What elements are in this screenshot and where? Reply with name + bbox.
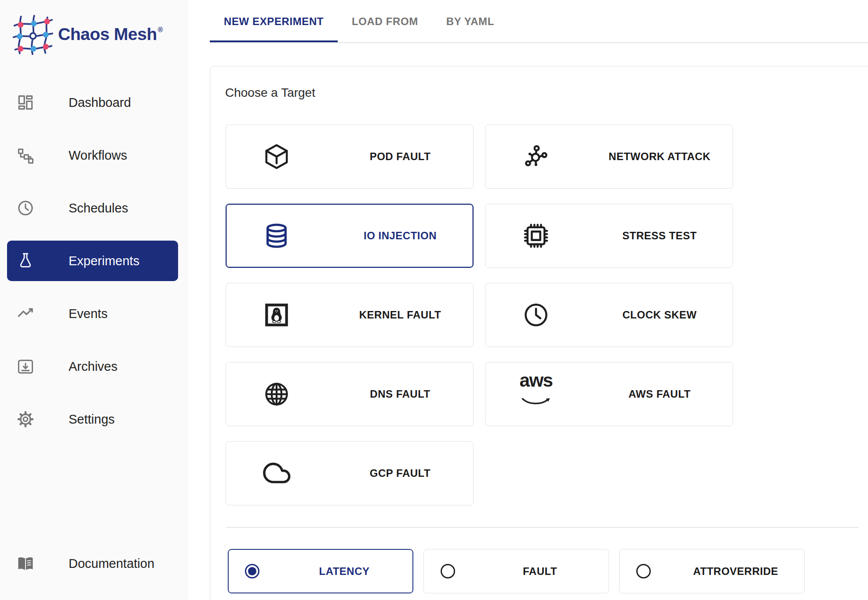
- sidebar-item-label: Documentation: [69, 556, 154, 571]
- brand-name: Chaos Mesh®: [58, 25, 163, 44]
- section-divider: [226, 527, 859, 528]
- target-card-stress-test[interactable]: STRESS TEST: [485, 204, 733, 268]
- tab-bar-divider: [210, 42, 868, 43]
- brand-logo[interactable]: Chaos Mesh®: [12, 12, 163, 56]
- panel-title: Choose a Target: [225, 86, 315, 100]
- sidebar-item-events[interactable]: Events: [0, 287, 188, 340]
- aws-logo-icon: aws: [485, 371, 587, 417]
- target-card-io-injection[interactable]: IO INJECTION: [226, 204, 474, 268]
- radio-checked-icon[interactable]: [245, 564, 259, 578]
- target-card-label: POD FAULT: [327, 150, 473, 163]
- target-card-label: GCP FAULT: [327, 467, 473, 479]
- target-card-dns-fault[interactable]: DNS FAULT: [226, 362, 474, 426]
- sidebar-item-dashboard[interactable]: Dashboard: [0, 76, 188, 129]
- sidebar-item-archives[interactable]: Archives: [0, 340, 188, 393]
- sidebar-item-label: Experiments: [69, 254, 139, 268]
- tab-load-from[interactable]: LOAD FROM: [338, 0, 432, 43]
- radio-zone: [228, 564, 276, 578]
- cloud-icon: [226, 458, 327, 488]
- sidebar-item-experiments[interactable]: Experiments: [0, 234, 188, 287]
- archives-icon: [16, 357, 35, 376]
- workflows-icon: [16, 146, 35, 165]
- sidebar: Chaos Mesh® DashboardWorkflowsSchedulesE…: [0, 0, 188, 600]
- cpu-chip-icon: [485, 221, 587, 251]
- database-icon: [226, 221, 327, 251]
- sidebar-item-label: Archives: [69, 359, 117, 374]
- target-card-aws-fault[interactable]: awsAWS FAULT: [485, 362, 733, 426]
- globe-icon: [226, 379, 327, 409]
- target-card-label: IO INJECTION: [327, 230, 473, 242]
- action-card-attroverride[interactable]: ATTROVERRIDE: [619, 549, 805, 593]
- dashboard-icon: [16, 93, 35, 112]
- sidebar-item-workflows[interactable]: Workflows: [0, 129, 188, 182]
- action-card-fault[interactable]: FAULT: [423, 549, 609, 593]
- tab-by-yaml[interactable]: BY YAML: [432, 0, 508, 43]
- sidebar-item-schedules[interactable]: Schedules: [0, 182, 188, 234]
- sidebar-item-label: Dashboard: [69, 95, 131, 110]
- chaos-mesh-app: Chaos Mesh® DashboardWorkflowsSchedulesE…: [0, 0, 868, 600]
- target-card-network-attack[interactable]: NETWORK ATTACK: [485, 124, 733, 189]
- action-row: LATENCYFAULTATTROVERRIDE: [228, 549, 805, 593]
- sidebar-item-label: Events: [69, 307, 108, 321]
- radio-unchecked-icon[interactable]: [636, 564, 651, 578]
- action-card-label: LATENCY: [276, 565, 413, 578]
- documentation-book-icon: [16, 554, 35, 573]
- radio-zone: [424, 564, 471, 578]
- tab-new-experiment[interactable]: NEW EXPERIMENT: [210, 0, 338, 43]
- sidebar-nav: DashboardWorkflowsSchedulesExperimentsEv…: [0, 76, 188, 446]
- action-card-label: FAULT: [471, 565, 609, 578]
- target-card-label: STRESS TEST: [587, 230, 733, 242]
- linux-tux-icon: [226, 300, 327, 330]
- target-card-clock-skew[interactable]: CLOCK SKEW: [485, 283, 733, 347]
- target-card-label: AWS FAULT: [587, 388, 733, 400]
- radio-zone: [620, 564, 667, 578]
- tab-bar: NEW EXPERIMENTLOAD FROMBY YAML: [210, 0, 508, 43]
- sidebar-item-label: Schedules: [69, 201, 128, 216]
- target-card-label: CLOCK SKEW: [587, 309, 733, 321]
- sidebar-item-label: Settings: [69, 412, 115, 427]
- clock-icon: [485, 300, 587, 330]
- sidebar-item-documentation[interactable]: Documentation: [0, 537, 188, 590]
- sidebar-item-settings[interactable]: Settings: [0, 393, 188, 446]
- chaos-mesh-logo-icon: [12, 12, 54, 56]
- sidebar-footer: Documentation: [0, 537, 188, 590]
- target-card-label: KERNEL FAULT: [327, 309, 473, 321]
- action-card-latency[interactable]: LATENCY: [228, 549, 413, 593]
- registered-mark: ®: [158, 26, 163, 33]
- experiments-flask-icon: [16, 251, 35, 271]
- schedules-icon: [16, 198, 35, 218]
- new-experiment-panel: Choose a Target POD FAULTNETWORK ATTACKI…: [210, 66, 868, 600]
- action-card-label: ATTROVERRIDE: [667, 565, 804, 578]
- pod-cube-icon: [226, 142, 327, 172]
- target-card-pod-fault[interactable]: POD FAULT: [226, 124, 474, 189]
- target-card-label: NETWORK ATTACK: [587, 150, 733, 163]
- network-nodes-icon: [485, 142, 587, 172]
- aws-logo-icon: aws: [520, 371, 553, 417]
- events-chart-icon: [16, 304, 35, 323]
- settings-gear-icon: [16, 410, 35, 429]
- target-card-gcp-fault[interactable]: GCP FAULT: [226, 441, 474, 505]
- main-content: NEW EXPERIMENTLOAD FROMBY YAML Choose a …: [188, 0, 868, 600]
- target-grid: POD FAULTNETWORK ATTACKIO INJECTIONSTRES…: [226, 124, 733, 505]
- target-card-label: DNS FAULT: [327, 388, 473, 400]
- radio-unchecked-icon[interactable]: [441, 564, 455, 578]
- sidebar-item-label: Workflows: [69, 148, 127, 163]
- target-card-kernel-fault[interactable]: KERNEL FAULT: [226, 283, 474, 347]
